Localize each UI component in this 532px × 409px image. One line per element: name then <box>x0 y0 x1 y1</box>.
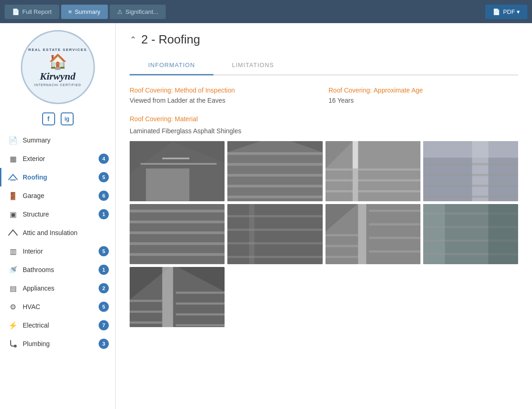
sidebar-nav: 📄 Summary ▦ Exterior 4 Roofing 5 <box>0 131 115 409</box>
svg-rect-35 <box>130 242 225 245</box>
info-value-inspection: Viewed from Ladder at the Eaves <box>130 97 319 104</box>
svg-rect-11 <box>227 163 322 166</box>
tab-information[interactable]: INFORMATION <box>130 56 213 75</box>
photo-4[interactable] <box>423 141 518 201</box>
significant-label: Significant... <box>125 8 158 15</box>
info-highlight-inspection: Method of Inspection <box>175 87 235 94</box>
svg-rect-71 <box>176 313 225 316</box>
pdf-label: PDF ▾ <box>503 8 520 15</box>
exterior-badge: 4 <box>99 154 109 164</box>
info-highlight-age: Approximate Age <box>374 87 423 94</box>
instagram-icon[interactable]: ig <box>61 112 74 125</box>
info-field-inspection-method: Roof Covering: Method of Inspection View… <box>130 87 319 104</box>
photo-7[interactable] <box>325 204 420 264</box>
logo-house-icon: 🏠 <box>49 53 67 70</box>
hvac-icon: ⚙ <box>8 302 18 312</box>
electrical-badge: 7 <box>99 320 109 330</box>
material-highlight: Material <box>175 115 198 123</box>
structure-badge: 1 <box>99 209 109 219</box>
sidebar-item-exterior[interactable]: ▦ Exterior 4 <box>0 149 115 168</box>
sidebar: REAL ESTATE SERVICES 🏠 Kirwynd INTERNACH… <box>0 23 116 409</box>
sidebar-item-attic[interactable]: Attic and Insulation <box>0 223 115 242</box>
pdf-button[interactable]: 📄 PDF ▾ <box>485 5 527 19</box>
svg-marker-39 <box>227 204 322 264</box>
facebook-icon[interactable]: f <box>42 112 55 125</box>
sidebar-item-garage[interactable]: 🚪 Garage 6 <box>0 186 115 205</box>
svg-rect-36 <box>130 253 225 256</box>
svg-rect-7 <box>140 163 216 165</box>
full-report-button[interactable]: 📄 Full Report <box>5 5 59 19</box>
svg-rect-32 <box>130 210 225 212</box>
collapse-arrow-icon[interactable]: ⌃ <box>130 35 137 45</box>
svg-rect-52 <box>369 223 420 226</box>
photo-9[interactable] <box>130 267 225 327</box>
sidebar-label-garage: Garage <box>23 192 44 199</box>
photo-5[interactable] <box>130 204 225 264</box>
svg-rect-14 <box>227 196 322 198</box>
sidebar-item-electrical[interactable]: ⚡ Electrical 7 <box>0 316 115 335</box>
sidebar-item-bathrooms[interactable]: 🚿 Bathrooms 1 <box>0 260 115 279</box>
photo-8[interactable] <box>423 204 518 264</box>
svg-rect-68 <box>130 322 162 324</box>
svg-rect-12 <box>227 174 322 177</box>
bathrooms-badge: 1 <box>99 265 109 275</box>
doc-icon: 📄 <box>8 135 18 145</box>
bath-icon: 🚿 <box>8 265 18 275</box>
photo-grid-row1 <box>130 141 518 201</box>
svg-rect-5 <box>146 168 189 201</box>
social-links: f ig <box>0 109 115 131</box>
photo-6[interactable] <box>227 204 322 264</box>
info-label-inspection: Roof Covering: Method of Inspection <box>130 87 319 94</box>
sidebar-item-plumbing[interactable]: Plumbing 3 <box>0 335 115 353</box>
tab-limitations[interactable]: LIMITATIONS <box>213 56 293 75</box>
struct-icon: ▣ <box>8 209 18 219</box>
section-title: 2 - Roofing <box>141 32 200 47</box>
svg-rect-34 <box>130 231 225 234</box>
main-layout: REAL ESTATE SERVICES 🏠 Kirwynd INTERNACH… <box>0 23 532 409</box>
full-report-label: Full Report <box>22 8 52 15</box>
photo-3[interactable] <box>325 141 420 201</box>
section-header: ⌃ 2 - Roofing <box>130 32 518 47</box>
svg-rect-48 <box>325 234 358 236</box>
sidebar-item-summary[interactable]: 📄 Summary <box>0 131 115 149</box>
tab-bar: INFORMATION LIMITATIONS <box>130 56 518 75</box>
photo-1[interactable] <box>130 141 225 201</box>
electrical-icon: ⚡ <box>8 320 18 330</box>
sidebar-item-roofing[interactable]: Roofing 5 <box>0 168 115 186</box>
sidebar-label-electrical: Electrical <box>23 322 49 329</box>
svg-rect-51 <box>369 210 420 212</box>
sidebar-label-attic: Attic and Insulation <box>23 229 77 236</box>
svg-rect-29 <box>423 196 518 198</box>
photo-2[interactable] <box>227 141 322 201</box>
material-value: Laminated Fiberglass Asphalt Shingles <box>130 127 518 135</box>
pdf-icon: 📄 <box>493 8 500 15</box>
photo-grid-row2 <box>130 204 518 264</box>
significant-button[interactable]: ⚠ Significant... <box>110 5 166 19</box>
sidebar-item-hvac[interactable]: ⚙ HVAC 5 <box>0 297 115 316</box>
logo-top-text: REAL ESTATE SERVICES <box>28 48 87 52</box>
info-fields: Roof Covering: Method of Inspection View… <box>130 87 518 104</box>
svg-rect-70 <box>176 303 225 305</box>
plumbing-badge: 3 <box>99 339 109 349</box>
list-icon: ≡ <box>69 8 72 15</box>
sidebar-item-appliances[interactable]: ▤ Appliances 2 <box>0 279 115 297</box>
svg-rect-19 <box>325 168 420 171</box>
sidebar-label-plumbing: Plumbing <box>23 340 50 347</box>
sidebar-item-structure[interactable]: ▣ Structure 1 <box>0 205 115 223</box>
logo-area: REAL ESTATE SERVICES 🏠 Kirwynd INTERNACH… <box>0 23 115 109</box>
svg-rect-49 <box>325 245 358 247</box>
svg-marker-9 <box>227 141 322 201</box>
sidebar-item-interior[interactable]: ▥ Interior 5 <box>0 242 115 260</box>
svg-rect-25 <box>423 141 518 158</box>
summary-button[interactable]: ≡ Summary <box>61 5 108 19</box>
svg-rect-27 <box>423 174 518 176</box>
logo-cert-text: INTERNACHI CERTIFIED <box>34 83 81 87</box>
garage-badge: 6 <box>99 191 109 201</box>
svg-rect-42 <box>227 229 322 231</box>
main-content: ⌃ 2 - Roofing INFORMATION LIMITATIONS Ro… <box>116 23 532 409</box>
svg-rect-67 <box>130 310 162 313</box>
svg-rect-65 <box>162 267 173 327</box>
sidebar-label-appliances: Appliances <box>23 285 55 292</box>
svg-rect-26 <box>423 163 518 165</box>
summary-label: Summary <box>75 8 100 15</box>
